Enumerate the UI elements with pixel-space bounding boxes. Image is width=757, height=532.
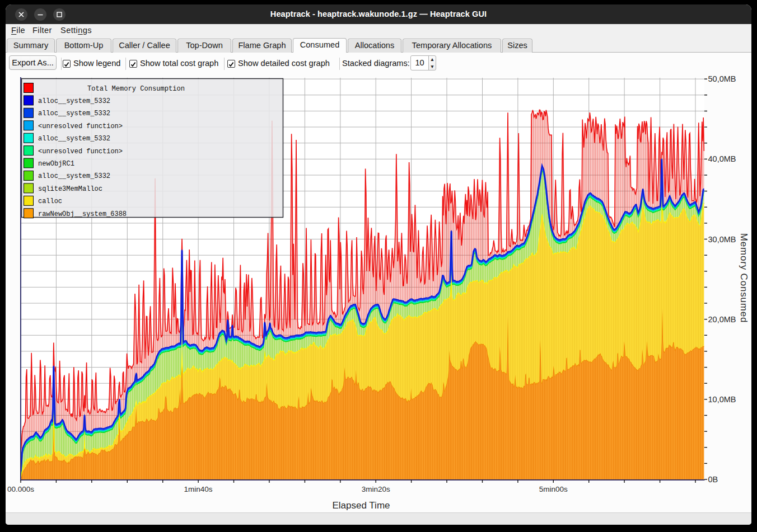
svg-text:5min00s: 5min00s (539, 485, 568, 493)
svg-text:Total Memory Consumption: Total Memory Consumption (87, 84, 185, 93)
svg-text:alloc__system_5332: alloc__system_5332 (38, 134, 110, 143)
svg-text:0B: 0B (708, 475, 718, 484)
svg-text:newObjRC1: newObjRC1 (38, 159, 74, 168)
svg-text:Memory Consumed: Memory Consumed (739, 233, 749, 323)
svg-text:3min20s: 3min20s (362, 485, 390, 493)
svg-text:20,0MB: 20,0MB (708, 315, 736, 324)
svg-text:alloc__system_5332: alloc__system_5332 (38, 172, 110, 180)
svg-text:<unresolved function>: <unresolved function> (38, 122, 123, 130)
svg-text:alloc__system_5332: alloc__system_5332 (38, 109, 110, 117)
svg-text:00.000s: 00.000s (7, 485, 34, 493)
svg-text:Elapsed Time: Elapsed Time (333, 500, 390, 511)
svg-text:sqlite3MemMalloc: sqlite3MemMalloc (38, 185, 102, 193)
svg-text:30,0MB: 30,0MB (708, 235, 736, 244)
svg-text:50,0MB: 50,0MB (708, 74, 736, 83)
svg-text:alloc__system_5332: alloc__system_5332 (38, 97, 110, 105)
svg-text:rawNewObj__system_6388: rawNewObj__system_6388 (38, 210, 127, 218)
svg-text:10,0MB: 10,0MB (708, 395, 736, 404)
svg-text:40,0MB: 40,0MB (708, 154, 736, 163)
svg-text:<unresolved function>: <unresolved function> (38, 147, 123, 156)
svg-text:calloc: calloc (38, 197, 62, 205)
svg-text:1min40s: 1min40s (184, 485, 213, 493)
